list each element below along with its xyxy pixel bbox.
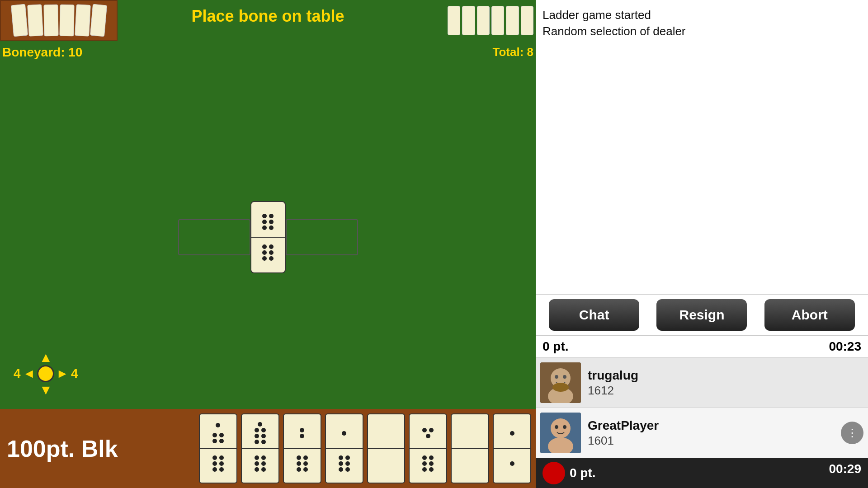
score-text: 100pt. Blk: [7, 435, 118, 462]
tile-top: [496, 418, 528, 449]
dot: [269, 214, 274, 218]
dot: [300, 434, 304, 438]
dot: [345, 455, 350, 460]
tile-bottom: [329, 449, 360, 479]
dot: [261, 434, 266, 438]
left-slot[interactable]: [178, 219, 250, 255]
dot: [269, 225, 274, 230]
dot: [429, 428, 434, 432]
dot: [339, 467, 343, 472]
dot: [297, 467, 301, 472]
tile-top: [454, 418, 486, 449]
opp-card: [477, 6, 490, 35]
dot: [429, 455, 434, 460]
dot: [303, 455, 308, 460]
dot: [261, 428, 266, 432]
dot: [255, 461, 259, 466]
svg-point-7: [551, 418, 571, 438]
dot: [212, 461, 217, 466]
player2-score: 0 pt.: [570, 466, 596, 480]
player2-score-time-row: 0 pt. 00:29: [536, 458, 868, 488]
dot: [303, 461, 308, 466]
opponent-hand-right: [445, 0, 536, 41]
dot: [345, 461, 350, 466]
opp-card: [448, 6, 460, 35]
dot: [510, 461, 514, 466]
dot: [261, 461, 266, 466]
dot: [255, 440, 259, 444]
dot: [262, 244, 267, 249]
domino-row: [178, 201, 358, 273]
center-domino[interactable]: [250, 201, 286, 273]
tile-bottom: [412, 449, 443, 479]
dot: [269, 244, 274, 249]
player2-details: GreatPlayer 1601: [588, 418, 659, 448]
opp-card: [462, 6, 475, 35]
record-button[interactable]: [542, 462, 565, 484]
domino-tile-5[interactable]: [367, 413, 406, 483]
hand-card: [43, 5, 58, 37]
arrow-left-label: 4: [14, 366, 21, 381]
tile-top: [245, 418, 276, 449]
player1-info: trugalug 1612: [536, 357, 868, 408]
dot: [212, 439, 217, 443]
dot: [255, 467, 259, 472]
dot: [262, 225, 267, 230]
player1-name: trugalug: [588, 368, 638, 383]
dot: [345, 467, 350, 472]
arrow-right-label: 4: [71, 366, 78, 381]
dot: [426, 434, 430, 438]
domino-tile-6[interactable]: [409, 413, 447, 483]
abort-button[interactable]: Abort: [764, 299, 855, 331]
tile-bottom: [454, 449, 486, 479]
dot: [422, 467, 427, 472]
dot: [219, 455, 224, 460]
dot: [339, 461, 343, 466]
dot: [297, 455, 301, 460]
opponent-total-label: Total: 8: [492, 45, 533, 59]
dot: [255, 434, 259, 438]
hand-card: [11, 4, 28, 37]
right-slot[interactable]: [286, 219, 358, 255]
player2-name: GreatPlayer: [588, 418, 659, 433]
dot: [303, 467, 308, 472]
player-hand-bottom: [194, 409, 536, 488]
score-label: 100pt. Blk: [0, 409, 194, 488]
dot: [269, 256, 274, 261]
tile-bottom: [287, 449, 318, 479]
dot: [297, 461, 301, 466]
divider: [200, 448, 236, 449]
svg-point-10: [563, 425, 566, 429]
dot: [342, 431, 346, 436]
resign-button[interactable]: Resign: [656, 299, 747, 331]
domino-tile-3[interactable]: [283, 413, 321, 483]
player2-info: GreatPlayer 1601 ⋮: [536, 408, 868, 458]
domino-tile-2[interactable]: [241, 413, 279, 483]
domino-tile-8[interactable]: [493, 413, 531, 483]
opp-card: [506, 6, 519, 35]
tile-top: [203, 418, 234, 449]
player2-rating: 1601: [588, 434, 659, 448]
player1-details: trugalug 1612: [588, 368, 638, 398]
svg-point-9: [555, 425, 558, 429]
more-options-button[interactable]: ⋮: [841, 422, 863, 444]
tile-bottom: [496, 449, 528, 479]
player1-rating: 1612: [588, 384, 638, 398]
dot: [219, 439, 224, 443]
hand-card: [75, 4, 91, 37]
boneyard-label: Boneyard: 10: [2, 45, 82, 60]
dot: [422, 461, 427, 466]
dot: [300, 428, 304, 432]
domino-tile-1[interactable]: [199, 413, 237, 483]
hand-card: [27, 4, 43, 37]
chat-button[interactable]: Chat: [549, 299, 639, 331]
domino-tile-7[interactable]: [451, 413, 489, 483]
domino-bottom-half: [262, 237, 274, 268]
game-log: Ladder game started Random selection of …: [536, 0, 868, 295]
dot: [258, 422, 262, 427]
dot: [510, 431, 514, 436]
domino-tile-4[interactable]: [325, 413, 363, 483]
tile-top: [287, 418, 318, 449]
dot: [219, 461, 224, 466]
player1-avatar-img: [540, 362, 581, 403]
